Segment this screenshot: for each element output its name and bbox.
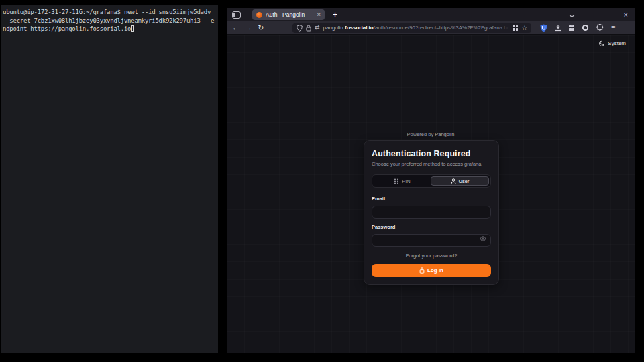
- https-lock-icon[interactable]: [306, 25, 311, 32]
- browser-window: Auth - Pangolin × + – × ← → ↻ ⇄ pangoli: [227, 8, 635, 353]
- tab-strip: Auth - Pangolin × + – ×: [227, 8, 635, 21]
- url-fade: [498, 23, 509, 33]
- urlbar-grid-icon[interactable]: [513, 25, 518, 31]
- user-icon: [451, 178, 456, 184]
- powered-by: Powered by Pangolin: [227, 131, 635, 137]
- email-input[interactable]: [372, 206, 491, 219]
- toolbar-icons: ≡: [540, 24, 615, 32]
- moon-icon: [599, 40, 605, 46]
- bookmark-star-icon[interactable]: ☆: [521, 25, 527, 32]
- list-tabs-chevron-icon[interactable]: [569, 9, 575, 21]
- theme-toggle-button[interactable]: System: [599, 40, 626, 46]
- password-field-wrap: [372, 233, 491, 247]
- tab-title: Auth - Pangolin: [266, 11, 313, 18]
- theme-toggle-label: System: [608, 40, 626, 46]
- url-domain: fossorial.io: [345, 25, 374, 31]
- tab-user[interactable]: User: [431, 176, 489, 186]
- tab-user-label: User: [459, 178, 470, 184]
- email-field-wrap: [372, 204, 491, 219]
- downloads-icon[interactable]: [555, 24, 561, 32]
- email-label: Email: [372, 196, 491, 202]
- ublock-extension-icon[interactable]: [540, 24, 547, 32]
- navigation-bar: ← → ↻ ⇄ pangolin.fossorial.io/auth/resou…: [227, 21, 635, 35]
- extensions-puzzle-icon[interactable]: [596, 24, 604, 32]
- show-password-button[interactable]: [480, 236, 486, 241]
- url-path: /auth/resource/90?redirect=https%3A%2F%2…: [374, 25, 510, 31]
- minimize-button[interactable]: –: [592, 11, 596, 18]
- tab-auth-pangolin[interactable]: Auth - Pangolin ×: [252, 9, 325, 20]
- dialpad-icon: [394, 178, 399, 184]
- powered-by-text: Powered by: [407, 131, 434, 137]
- auth-method-tabs: PIN User: [372, 174, 491, 188]
- auth-card: Authentication Required Choose your pref…: [364, 140, 499, 285]
- page-content: System Powered by Pangolin Authenticatio…: [227, 35, 635, 353]
- terminal-line: --secret 7cbz1xw08lh1jbzey03yxvndljvneam…: [3, 17, 216, 25]
- eye-icon: [480, 236, 486, 241]
- swap-arrows-icon: ⇄: [315, 25, 320, 31]
- tab-pin-label: PIN: [402, 178, 411, 184]
- terminal-window[interactable]: ubuntu@ip-172-31-27-116:~/grafana$ newt …: [1, 5, 218, 353]
- password-label: Password: [372, 224, 491, 230]
- menu-icon[interactable]: ≡: [611, 24, 615, 32]
- back-button[interactable]: ←: [232, 24, 239, 32]
- url-subdomain: pangolin.: [323, 25, 345, 31]
- terminal-line: ubuntu@ip-172-31-27-116:~/grafana$ newt …: [3, 8, 216, 17]
- record-circle-icon[interactable]: [582, 24, 589, 32]
- terminal-cursor: [131, 25, 134, 32]
- reload-button[interactable]: ↻: [258, 24, 264, 32]
- new-tab-button[interactable]: +: [333, 11, 337, 19]
- tab-pin[interactable]: PIN: [374, 176, 431, 186]
- forgot-password-link[interactable]: Forgot your password?: [372, 253, 491, 259]
- url-text[interactable]: pangolin.fossorial.io/auth/resource/90?r…: [323, 23, 510, 33]
- forward-button[interactable]: →: [245, 24, 252, 32]
- maximize-button[interactable]: [608, 13, 612, 17]
- login-button-label: Log in: [427, 267, 443, 274]
- card-title: Authentication Required: [372, 149, 491, 158]
- window-controls: – ×: [592, 11, 628, 19]
- tab-close-icon[interactable]: ×: [317, 11, 321, 18]
- card-subtitle: Choose your preferred method to access g…: [372, 161, 491, 167]
- toolbar-grid-icon[interactable]: [569, 25, 574, 31]
- url-bar[interactable]: ⇄ pangolin.fossorial.io/auth/resource/90…: [292, 23, 531, 33]
- terminal-line: ndpoint https://pangolin.fossorial.io: [3, 25, 216, 34]
- login-button[interactable]: Log in: [372, 264, 491, 277]
- password-input[interactable]: [372, 234, 491, 247]
- window-close-button[interactable]: ×: [624, 11, 628, 19]
- pangolin-favicon-icon: [256, 12, 262, 18]
- firefox-view-icon[interactable]: [232, 11, 241, 19]
- pangolin-link[interactable]: Pangolin: [435, 131, 454, 137]
- terminal-line-text: ndpoint https://pangolin.fossorial.io: [3, 25, 131, 32]
- tracking-protection-shield-icon[interactable]: [297, 25, 303, 32]
- login-lock-icon: [419, 267, 425, 274]
